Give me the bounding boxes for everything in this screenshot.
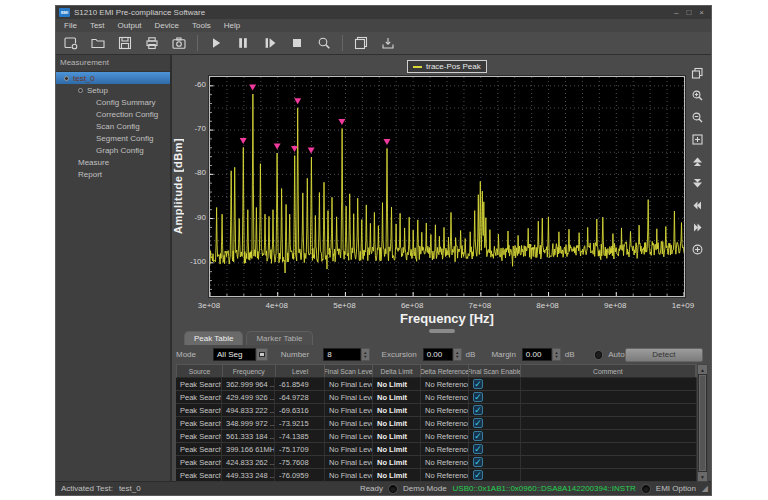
excursion-spinner[interactable]: ▲▼ [453, 348, 462, 361]
tree-item-config-summary[interactable]: Config Summary [56, 96, 170, 108]
column-header-comment[interactable]: Comment [521, 365, 696, 377]
menu-help[interactable]: Help [224, 21, 240, 30]
menu-test[interactable]: Test [90, 21, 105, 30]
final-scan-enable-checkbox[interactable]: ✓ [473, 457, 483, 467]
tree-item-segment-config[interactable]: Segment Config [56, 132, 170, 144]
scroll-up-icon[interactable] [688, 153, 706, 170]
column-header-delta_reference[interactable]: Delta Reference [421, 365, 469, 377]
scroll-left-icon[interactable] [688, 197, 706, 214]
demo-mode-led-icon[interactable] [389, 485, 397, 493]
tree-expand-icon[interactable] [64, 76, 69, 81]
stop-icon[interactable] [288, 34, 306, 52]
chart-legend[interactable]: trace-Pos Peak [407, 60, 487, 73]
column-header-frequency[interactable]: Frequency [223, 365, 276, 377]
table-row[interactable]: Peak Search449.333 248 ...-76.0959No Fin… [176, 469, 697, 482]
run-icon[interactable] [207, 34, 225, 52]
tree-item-report[interactable]: Report [56, 168, 170, 180]
copy-window-icon[interactable] [352, 34, 370, 52]
tree-item-correction-config[interactable]: Correction Config [56, 108, 170, 120]
menu-tools[interactable]: Tools [192, 21, 211, 30]
peak-marker-icon[interactable] [338, 119, 345, 125]
zoom-fit-icon[interactable] [688, 131, 706, 148]
table-row[interactable]: Peak Search424.833 262 ...-75.7608No Fin… [176, 456, 697, 469]
number-input[interactable]: 8 [323, 348, 361, 361]
detect-button[interactable]: Detect [625, 348, 703, 362]
table-row[interactable]: Peak Search494.833 222 ...-69.6316No Fin… [176, 404, 697, 417]
table-row[interactable]: Peak Search348.999 972 ...-73.9215No Fin… [176, 417, 697, 430]
margin-spinner[interactable]: ▲▼ [552, 348, 561, 361]
margin-input[interactable]: 0.00 [522, 348, 552, 361]
table-scrollbar[interactable]: ▲ ▼ [697, 364, 708, 482]
peak-marker-icon[interactable] [249, 85, 256, 91]
marker-add-icon[interactable] [688, 241, 706, 258]
peak-marker-icon[interactable] [294, 98, 301, 104]
final-scan-enable-checkbox[interactable]: ✓ [473, 470, 483, 480]
excursion-input[interactable]: 0.00 [423, 348, 453, 361]
final-scan-enable-checkbox[interactable]: ✓ [473, 379, 483, 389]
resize-grip-icon[interactable]: ◢ [702, 484, 708, 493]
title-bar[interactable]: EMI S1210 EMI Pre-compliance Software – … [56, 6, 711, 19]
tab-marker-table[interactable]: Marker Table [246, 331, 312, 345]
column-header-final_scan_level[interactable]: Final Scan Level [325, 365, 373, 377]
close-button[interactable]: × [699, 8, 704, 18]
tree-item-graph-config[interactable]: Graph Config [56, 144, 170, 156]
zoom-out-icon[interactable] [688, 109, 706, 126]
open-config-icon[interactable] [62, 34, 80, 52]
final-scan-enable-checkbox[interactable]: ✓ [473, 444, 483, 454]
peak-marker-icon[interactable] [240, 138, 247, 144]
search-icon[interactable] [315, 34, 333, 52]
print-icon[interactable] [143, 34, 161, 52]
peak-marker-icon[interactable] [291, 146, 298, 152]
pause-icon[interactable] [234, 34, 252, 52]
zoom-in-icon[interactable] [688, 87, 706, 104]
save-icon[interactable] [116, 34, 134, 52]
final-scan-enable-checkbox[interactable]: ✓ [473, 418, 483, 428]
peak-marker-icon[interactable] [308, 148, 315, 154]
tree-item-scan-config[interactable]: Scan Config [56, 120, 170, 132]
cell-level: -75.1709 [275, 443, 325, 455]
column-header-delta_limit[interactable]: Delta Limit [373, 365, 421, 377]
final-scan-enable-checkbox[interactable]: ✓ [473, 431, 483, 441]
number-spinner[interactable]: ▲▼ [361, 348, 370, 361]
tab-peak-table[interactable]: Peak Table [184, 331, 243, 345]
column-header-source[interactable]: Source [177, 365, 223, 377]
mode-select[interactable]: All Seg [213, 348, 256, 361]
splitter-grip[interactable] [429, 329, 455, 333]
plot-area[interactable] [209, 76, 685, 297]
column-header-level[interactable]: Level [276, 365, 326, 377]
cell-delta_reference: No Reference [421, 443, 469, 455]
table-row[interactable]: Peak Search362.999 964 ...-61.8549No Fin… [176, 378, 697, 391]
minimize-button[interactable]: – [674, 8, 678, 18]
tree-item-setup[interactable]: Setup [56, 84, 170, 96]
open-folder-icon[interactable] [89, 34, 107, 52]
screenshot-icon[interactable] [170, 34, 188, 52]
scrollbar-thumb[interactable] [699, 375, 706, 471]
final-scan-enable-checkbox[interactable]: ✓ [473, 392, 483, 402]
table-row[interactable]: Peak Search561.333 184 ...-74.1385No Fin… [176, 430, 697, 443]
auto-radio[interactable] [595, 351, 603, 359]
scroll-right-icon[interactable] [688, 219, 706, 236]
table-row[interactable]: Peak Search399.166 61MHz-75.1709No Final… [176, 443, 697, 456]
tree-item-measure[interactable]: Measure [56, 156, 170, 168]
tree-item-test_0[interactable]: test_0 [56, 72, 170, 84]
emi-option-led-icon[interactable] [642, 485, 650, 493]
scroll-down-icon[interactable] [688, 175, 706, 192]
menu-file[interactable]: File [64, 21, 77, 30]
cell-frequency: 449.333 248 ... [222, 469, 275, 481]
activated-test-label: Activated Test: [61, 484, 113, 493]
peak-marker-icon[interactable] [383, 139, 390, 145]
tree-expand-icon[interactable] [78, 88, 83, 93]
mode-dropdown-icon[interactable] [256, 348, 267, 361]
copy-pages-icon[interactable] [688, 65, 706, 82]
column-header-enabled[interactable]: Final Scan Enable [469, 365, 521, 377]
scroll-down-arrow-icon[interactable]: ▼ [698, 472, 707, 481]
final-scan-enable-checkbox[interactable]: ✓ [473, 405, 483, 415]
continue-icon[interactable] [261, 34, 279, 52]
menu-device[interactable]: Device [155, 21, 179, 30]
table-row[interactable]: Peak Search429.499 926 ...-64.9728No Fin… [176, 391, 697, 404]
peak-marker-icon[interactable] [274, 143, 281, 149]
maximize-button[interactable]: □ [686, 8, 691, 18]
scroll-up-arrow-icon[interactable]: ▲ [698, 365, 707, 374]
import-icon[interactable] [379, 34, 397, 52]
menu-output[interactable]: Output [118, 21, 142, 30]
